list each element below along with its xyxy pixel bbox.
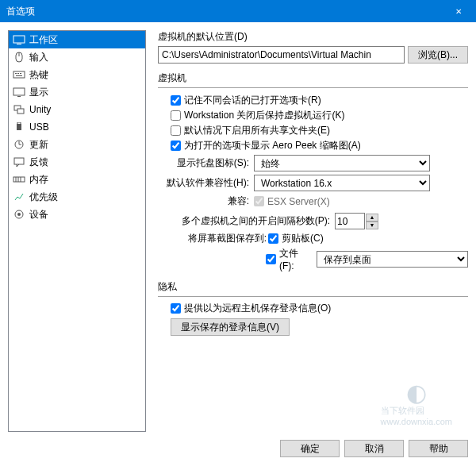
update-icon — [12, 138, 26, 151]
svg-rect-7 — [20, 73, 21, 74]
sidebar-item-input[interactable]: 输入 — [9, 48, 145, 66]
svg-rect-4 — [13, 71, 25, 78]
aero-peek-checkbox[interactable] — [171, 141, 181, 151]
monitor-icon — [12, 33, 26, 46]
svg-rect-16 — [14, 158, 24, 164]
clipboard-checkbox[interactable] — [268, 233, 278, 244]
svg-rect-17 — [13, 177, 25, 182]
save-location-select[interactable]: 保存到桌面 — [317, 251, 468, 268]
browse-button[interactable]: 浏览(B)... — [408, 46, 468, 64]
svg-rect-10 — [17, 96, 21, 97]
close-button[interactable]: ✕ — [440, 0, 476, 22]
compat-sub-label: 兼容: — [158, 194, 249, 208]
keyboard-icon — [12, 68, 26, 81]
privacy-section-label: 隐私 — [158, 280, 468, 294]
tray-icon-label: 显示托盘图标(S): — [158, 156, 249, 170]
sidebar-item-memory[interactable]: 内存 — [9, 171, 145, 188]
window-title: 首选项 — [6, 5, 35, 18]
svg-rect-5 — [15, 73, 17, 74]
default-location-label: 虚拟机的默认位置(D) — [158, 30, 468, 44]
keep-running-checkbox[interactable] — [171, 110, 181, 121]
settings-panel: 虚拟机的默认位置(D) 浏览(B)... 虚拟机 记住不同会话的已打开选项卡(R… — [146, 30, 468, 432]
spin-down-button[interactable]: ▼ — [366, 221, 378, 229]
hardware-compat-select[interactable]: Workstation 16.x — [254, 175, 430, 191]
priority-icon — [12, 191, 26, 203]
save-file-checkbox[interactable] — [266, 254, 276, 264]
svg-rect-1 — [17, 44, 21, 44]
tray-icon-select[interactable]: 始终 — [254, 155, 430, 171]
usb-icon — [12, 121, 26, 133]
dialog-footer: 确定 取消 帮助 — [0, 432, 476, 465]
svg-rect-0 — [13, 36, 25, 43]
titlebar: 首选项 ✕ — [0, 0, 476, 22]
svg-rect-6 — [17, 73, 19, 74]
esx-compat-checkbox — [254, 196, 264, 206]
ok-button[interactable]: 确定 — [280, 440, 340, 457]
svg-point-22 — [17, 213, 21, 216]
memory-icon — [12, 173, 26, 186]
sidebar-item-display[interactable]: 显示 — [9, 83, 145, 101]
save-login-checkbox[interactable] — [171, 303, 181, 314]
device-icon — [12, 208, 26, 221]
svg-rect-14 — [17, 122, 21, 125]
remember-tabs-checkbox[interactable] — [171, 95, 181, 106]
sidebar-item-hotkeys[interactable]: 热键 — [9, 66, 145, 83]
compat-label: 默认软件兼容性(H): — [158, 176, 249, 190]
sidebar-item-usb[interactable]: USB — [9, 118, 145, 136]
sidebar-item-devices[interactable]: 设备 — [9, 206, 145, 223]
divider — [158, 296, 468, 297]
sidebar-item-priority[interactable]: 优先级 — [9, 188, 145, 206]
unity-icon — [12, 103, 26, 116]
sidebar-item-updates[interactable]: 更新 — [9, 136, 145, 153]
show-saved-login-button[interactable]: 显示保存的登录信息(V) — [171, 318, 290, 336]
spin-up-button[interactable]: ▲ — [366, 214, 378, 221]
svg-rect-9 — [13, 88, 25, 95]
svg-rect-8 — [16, 75, 22, 76]
default-location-input[interactable] — [158, 46, 405, 64]
vm-section-label: 虚拟机 — [158, 71, 468, 85]
shared-folders-checkbox[interactable] — [171, 125, 181, 136]
help-button[interactable]: 帮助 — [409, 440, 468, 457]
close-icon: ✕ — [455, 7, 462, 16]
feedback-icon — [12, 156, 26, 168]
poweron-delay-label: 多个虚拟机之间的开启间隔秒数(P): — [158, 214, 330, 228]
sidebar-item-feedback[interactable]: 反馈 — [9, 153, 145, 171]
category-sidebar: 工作区 输入 热键 显示 Unity USB 更新 反馈 — [8, 30, 146, 432]
sidebar-item-workspace[interactable]: 工作区 — [9, 31, 145, 48]
display-icon — [12, 86, 26, 98]
divider — [158, 87, 468, 88]
mouse-icon — [12, 51, 26, 64]
sidebar-item-unity[interactable]: Unity — [9, 101, 145, 118]
cancel-button[interactable]: 取消 — [344, 440, 404, 457]
screenshot-save-label: 将屏幕截图保存到: — [158, 232, 267, 245]
svg-rect-12 — [17, 109, 24, 114]
poweron-delay-input[interactable] — [335, 213, 365, 229]
